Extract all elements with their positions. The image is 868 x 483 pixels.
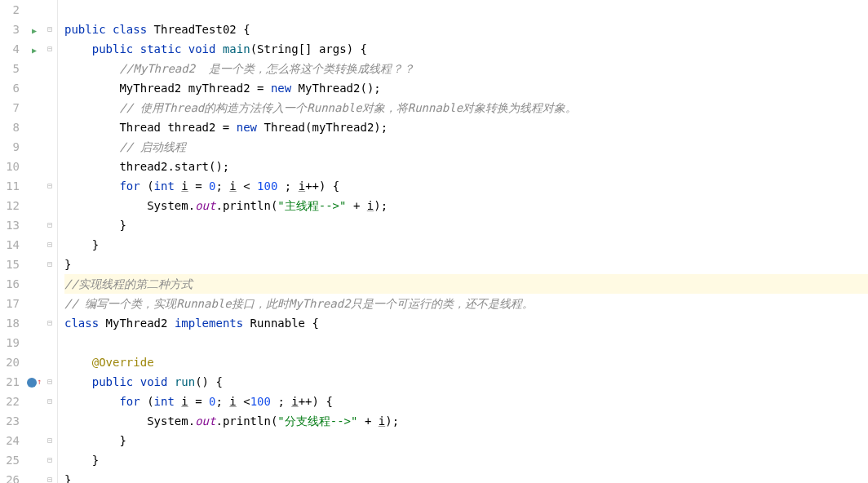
fold-toggle[interactable]: ⊟ — [42, 372, 57, 392]
fold-toggle[interactable]: ⊟ — [42, 470, 57, 483]
code-token: // 启动线程 — [119, 140, 185, 153]
fold-toggle[interactable]: ⊟ — [42, 235, 57, 255]
code-line[interactable] — [64, 333, 868, 352]
fold-minus-icon[interactable]: ⊟ — [47, 259, 52, 268]
fold-toggle[interactable]: ⊟ — [42, 255, 57, 274]
line-number[interactable]: 8 — [0, 117, 20, 137]
code-line[interactable]: //实现线程的第二种方式 — [64, 274, 868, 294]
override-icon[interactable] — [27, 378, 37, 388]
code-line[interactable]: // 使用Thread的构造方法传入一个Runnable对象，将Runnable… — [64, 98, 868, 117]
code-line[interactable]: } — [64, 450, 868, 470]
fold-minus-icon[interactable]: ⊟ — [47, 455, 52, 464]
code-line[interactable]: for (int i = 0; i < 100 ; i++) { — [64, 176, 868, 196]
line-number[interactable]: 25 — [0, 450, 20, 470]
fold-toggle[interactable]: ⊟ — [42, 20, 57, 39]
code-line[interactable]: class MyThread2 implements Runnable { — [64, 313, 868, 333]
code-line[interactable]: MyThread2 myThread2 = new MyThread2(); — [64, 78, 868, 98]
fold-toggle[interactable]: ⊟ — [42, 313, 57, 333]
code-line[interactable]: System.out.println("主线程-->" + i); — [64, 196, 868, 215]
fold-minus-icon[interactable]: ⊟ — [47, 44, 52, 53]
code-token: () { — [195, 375, 223, 388]
code-token: i — [291, 395, 298, 408]
line-number[interactable]: 12 — [0, 196, 20, 215]
code-line[interactable]: System.out.println("分支线程-->" + i); — [64, 411, 868, 431]
code-line[interactable]: public static void main(String[] args) { — [64, 39, 868, 59]
line-number[interactable]: 5 — [0, 59, 20, 78]
fold-toggle — [42, 352, 57, 372]
fold-toggle[interactable]: ⊟ — [42, 39, 57, 59]
fold-toggle[interactable]: ⊟ — [42, 450, 57, 470]
fold-toggle[interactable]: ⊟ — [42, 176, 57, 196]
line-number[interactable]: 19 — [0, 333, 20, 352]
code-line[interactable]: //MyThread2 是一个类，怎么将这个类转换成线程？？ — [64, 59, 868, 78]
code-line[interactable]: } — [64, 255, 868, 274]
code-line[interactable]: } — [64, 431, 868, 450]
fold-toggle[interactable]: ⊟ — [42, 215, 57, 235]
run-icon[interactable]: ▶ — [32, 26, 37, 35]
code-line[interactable]: } — [64, 235, 868, 255]
code-token: i — [229, 179, 236, 193]
fold-toggle[interactable]: ⊟ — [42, 392, 57, 411]
line-number[interactable]: 24 — [0, 431, 20, 450]
code-token: void — [140, 375, 168, 388]
code-token: ; — [271, 395, 291, 408]
run-icon[interactable]: ▶ — [32, 46, 37, 55]
code-token: i — [229, 395, 236, 408]
code-line[interactable]: for (int i = 0; i <100 ; i++) { — [64, 392, 868, 411]
code-line[interactable]: // 启动线程 — [64, 137, 868, 157]
fold-minus-icon[interactable]: ⊟ — [47, 397, 52, 405]
code-token: new — [271, 82, 291, 95]
line-number[interactable]: 4 — [0, 39, 20, 59]
fold-toggle — [42, 274, 57, 294]
line-number[interactable]: 26 — [0, 470, 20, 483]
code-line[interactable]: // 编写一个类，实现Runnable接口，此时MyThread2只是一个可运行… — [64, 294, 868, 313]
gutter-icon-slot — [26, 215, 42, 235]
code-token: new — [237, 121, 257, 134]
code-line[interactable]: @Override — [64, 352, 868, 372]
fold-minus-icon[interactable]: ⊟ — [47, 318, 52, 327]
gutter-icon-slot[interactable]: ▶ — [26, 20, 42, 39]
gutter-icon-slot — [26, 196, 42, 215]
fold-minus-icon[interactable]: ⊟ — [47, 377, 52, 386]
code-token: < — [237, 395, 250, 408]
line-number[interactable]: 17 — [0, 294, 20, 313]
line-number[interactable]: 7 — [0, 98, 20, 117]
fold-minus-icon[interactable]: ⊟ — [47, 240, 52, 249]
code-token: } — [64, 258, 71, 271]
code-line[interactable]: } — [64, 470, 868, 483]
line-number[interactable]: 23 — [0, 411, 20, 431]
code-line[interactable]: public class ThreadTest02 { — [64, 20, 868, 39]
line-number[interactable]: 13 — [0, 215, 20, 235]
code-line[interactable] — [64, 0, 868, 20]
line-number[interactable]: 22 — [0, 392, 20, 411]
code-token: ); — [374, 199, 388, 212]
line-number[interactable]: 20 — [0, 352, 20, 372]
line-number[interactable]: 3 — [0, 20, 20, 39]
line-number[interactable]: 14 — [0, 235, 20, 255]
code-line[interactable]: public void run() { — [64, 372, 868, 392]
fold-toggle[interactable]: ⊟ — [42, 431, 57, 450]
line-number[interactable]: 15 — [0, 255, 20, 274]
line-number[interactable]: 18 — [0, 313, 20, 333]
code-token: //MyThread2 是一个类，怎么将这个类转换成线程？？ — [119, 62, 414, 75]
override-up-arrow-icon: ↑ — [37, 377, 42, 386]
line-number[interactable]: 21 — [0, 372, 20, 392]
code-line[interactable]: thread2.start(); — [64, 157, 868, 176]
fold-minus-icon[interactable]: ⊟ — [47, 436, 52, 445]
line-number[interactable]: 11 — [0, 176, 20, 196]
code-token: MyThread2(); — [291, 82, 381, 95]
line-number[interactable]: 9 — [0, 137, 20, 157]
fold-minus-icon[interactable]: ⊟ — [47, 181, 52, 190]
code-area[interactable]: public class ThreadTest02 { public stati… — [58, 0, 868, 483]
line-number[interactable]: 10 — [0, 157, 20, 176]
fold-minus-icon[interactable]: ⊟ — [47, 24, 52, 33]
gutter-icon-slot[interactable]: ▶ — [26, 39, 42, 59]
line-number[interactable]: 2 — [0, 0, 20, 20]
fold-minus-icon[interactable]: ⊟ — [47, 220, 52, 229]
code-line[interactable]: } — [64, 215, 868, 235]
line-number[interactable]: 6 — [0, 78, 20, 98]
fold-minus-icon[interactable]: ⊟ — [47, 475, 52, 483]
gutter-icon-slot[interactable]: ↑ — [26, 372, 42, 392]
line-number[interactable]: 16 — [0, 274, 20, 294]
code-line[interactable]: Thread thread2 = new Thread(myThread2); — [64, 117, 868, 137]
